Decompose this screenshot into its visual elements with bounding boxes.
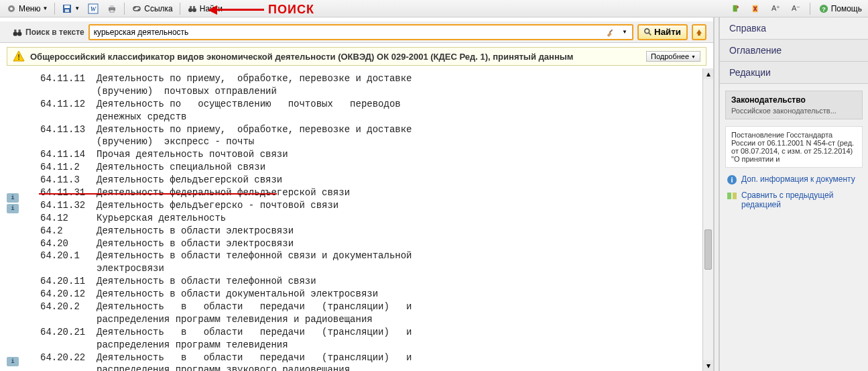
- doc-line: 64.20.1 Деятельность в области телефонно…: [40, 250, 706, 262]
- floppy-icon: [62, 3, 72, 14]
- svg-text:?: ?: [822, 5, 826, 12]
- tool-b-button[interactable]: [747, 2, 765, 15]
- chevron-down-icon: ▼: [74, 5, 80, 11]
- separator: [124, 3, 125, 15]
- doc-line: 64.11.14 Прочая деятельность почтовой св…: [40, 148, 706, 161]
- svg-text:i: i: [731, 176, 733, 184]
- warning-icon: !: [13, 50, 25, 62]
- font-plus-icon: A⁺: [771, 3, 782, 14]
- help-label: Помощь: [831, 4, 862, 13]
- info-tab-2[interactable]: i: [7, 204, 19, 213]
- search-brush-button[interactable]: [603, 25, 617, 39]
- save-button[interactable]: ▼: [58, 2, 83, 15]
- menu-button[interactable]: Меню ▼: [3, 2, 51, 15]
- info-tab-3[interactable]: i: [7, 357, 19, 366]
- bookmark-icon: [731, 3, 741, 14]
- separator: [54, 3, 55, 15]
- link-extra-info[interactable]: i Доп. информация к документу: [720, 172, 868, 188]
- scroll-down-button[interactable]: ▾: [703, 360, 713, 371]
- doc-line: 64.20.2 Деятельность в области передачи …: [40, 301, 706, 313]
- info-tab-1[interactable]: i: [7, 193, 19, 203]
- cog-icon: [6, 3, 17, 14]
- chevron-down-icon: ▼: [691, 54, 696, 59]
- search-input[interactable]: [90, 25, 603, 39]
- annotation-label: ПОИСК: [268, 3, 314, 17]
- arrow-up-icon: [695, 28, 703, 36]
- info-header: Законодательство: [731, 95, 857, 105]
- link-compare[interactable]: Сравнить с предыдущей редакцией: [720, 188, 868, 212]
- vertical-scrollbar[interactable]: ▴ ▾: [702, 68, 713, 371]
- info-icon: i: [727, 174, 737, 185]
- doc-line: (вручению) экспресс - почты: [40, 136, 706, 148]
- svg-rect-3: [64, 5, 70, 8]
- help-button[interactable]: ? Помощь: [815, 2, 865, 15]
- search-input-wrap: ▼: [88, 24, 633, 40]
- notice-text: Общероссийский классификатор видов эконо…: [30, 52, 641, 62]
- print-button[interactable]: [103, 2, 121, 15]
- svg-rect-4: [65, 9, 69, 12]
- svg-text:!: !: [17, 53, 20, 61]
- doc-line: 64.11.11 Деятельность по приему, обработ…: [40, 72, 706, 85]
- right-panel: Справка Оглавление Редакции Законодатель…: [719, 17, 868, 371]
- svg-rect-28: [727, 193, 731, 199]
- doc-line: электросвязи: [40, 262, 706, 275]
- svg-rect-8: [110, 5, 114, 7]
- svg-point-1: [10, 7, 13, 10]
- doc-line: 64.11.32 Деятельность фельдъегерско - по…: [40, 199, 706, 212]
- search-label: Поиск в тексте: [25, 28, 84, 37]
- svg-point-19: [17, 32, 21, 36]
- separator: [810, 3, 810, 15]
- binoculars-icon: [12, 27, 23, 38]
- doc-line: 64.11.12 Деятельность по осуществлению п…: [40, 98, 706, 111]
- doc-line: 64.20.12 Деятельность в области документ…: [40, 288, 706, 301]
- svg-text:W: W: [90, 5, 97, 13]
- search-bar: Поиск в тексте ▼ Найти: [0, 21, 713, 43]
- svg-point-18: [13, 32, 17, 36]
- highlight-underline: [39, 193, 277, 195]
- link-label: Ссылка: [144, 4, 172, 13]
- notice-more-button[interactable]: Подробнее ▼: [646, 51, 700, 62]
- doc-line: (вручению) почтовых отправлений: [40, 85, 706, 98]
- info-box: Законодательство Российское законодатель…: [725, 91, 863, 119]
- find-in-text-button[interactable]: Найти: [637, 24, 688, 40]
- word-icon: W: [88, 3, 99, 14]
- cross-doc-icon: [751, 3, 761, 14]
- tab-revisions[interactable]: Редакции: [720, 62, 868, 84]
- svg-rect-29: [733, 193, 737, 199]
- link-icon: [131, 3, 142, 14]
- doc-line: 64.20.21 Деятельность в области передачи…: [40, 326, 706, 339]
- svg-rect-14: [733, 5, 737, 11]
- tool-a-button[interactable]: [727, 2, 745, 15]
- svg-rect-12: [190, 6, 192, 9]
- notice-bar: ! Общероссийский классификатор видов эко…: [7, 47, 706, 66]
- svg-rect-22: [609, 29, 613, 33]
- doc-line: 64.20 Деятельность в области электросвяз…: [40, 237, 706, 250]
- decree-box: Постановление Госстандарта России от 06.…: [725, 126, 863, 168]
- scroll-thumb[interactable]: [704, 229, 712, 270]
- doc-line: 64.20.22 Деятельность в области передачи…: [40, 352, 706, 364]
- svg-line-24: [649, 32, 651, 34]
- font-increase-button[interactable]: A⁺: [767, 2, 785, 15]
- doc-line: распределения программ телевидения и рад…: [40, 313, 706, 326]
- doc-line: денежных средств: [40, 111, 706, 123]
- svg-point-23: [645, 28, 649, 33]
- separator: [180, 3, 180, 15]
- tab-reference[interactable]: Справка: [720, 17, 868, 40]
- tab-contents[interactable]: Оглавление: [720, 40, 868, 62]
- svg-rect-13: [193, 6, 195, 9]
- chevron-down-icon: ▼: [42, 5, 48, 11]
- scroll-up-button[interactable]: ▴: [703, 68, 713, 79]
- find-btn-label: Найти: [654, 27, 681, 37]
- search-up-button[interactable]: [692, 24, 706, 40]
- document-body: i i i 64.11.11 Деятельность по приему, о…: [0, 68, 713, 371]
- word-export-button[interactable]: W: [84, 2, 102, 15]
- link-button[interactable]: Ссылка: [128, 2, 176, 15]
- compare-icon: [727, 191, 737, 201]
- font-decrease-button[interactable]: A⁻: [788, 2, 805, 15]
- magnifier-icon: [644, 28, 652, 36]
- search-dropdown-button[interactable]: ▼: [617, 25, 632, 39]
- pane-gutter[interactable]: [714, 17, 719, 371]
- doc-line: 64.2 Деятельность в области электросвязи: [40, 225, 706, 237]
- doc-line: распределения программ телевидения: [40, 339, 706, 352]
- printer-icon: [107, 3, 117, 14]
